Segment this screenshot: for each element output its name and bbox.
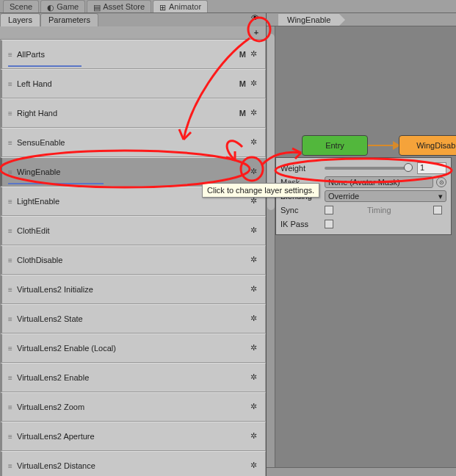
add-layer-row: + (0, 26, 266, 40)
layer-name: VirtualLens2 State (17, 314, 250, 323)
drag-handle-icon[interactable]: ≡ (8, 462, 14, 470)
tab-asset-store[interactable]: ▤Asset Store (87, 0, 151, 12)
drag-handle-icon[interactable]: ≡ (8, 286, 14, 294)
layer-item[interactable]: ≡SensuEnable✲ (0, 128, 266, 157)
layer-name: VirtualLens2 Zoom (17, 403, 250, 411)
tab-scene[interactable]: Scene (3, 0, 39, 12)
drag-handle-icon[interactable]: ≡ (8, 227, 14, 235)
drag-handle-icon[interactable]: ≡ (8, 139, 14, 147)
timing-label: Timing (367, 206, 391, 214)
mask-indicator: M (239, 79, 246, 88)
tab-parameters[interactable]: Parameters (40, 13, 98, 26)
layer-name: VirtualLens2 Distance (17, 461, 250, 470)
layer-item[interactable]: ≡VirtualLens2 State✲ (0, 304, 266, 333)
weight-field[interactable]: 1 (417, 162, 446, 174)
gear-icon[interactable]: ✲ (250, 137, 261, 148)
ik-label: IK Pass (281, 220, 325, 228)
tab-label: Asset Store (103, 2, 145, 11)
drag-handle-icon[interactable]: ≡ (8, 403, 14, 411)
ik-checkbox[interactable] (325, 220, 333, 228)
layer-name: Left Hand (17, 79, 239, 88)
layer-item[interactable]: ≡AllPartsM✲ (0, 40, 266, 69)
layer-item[interactable]: ≡VirtualLens2 Distance✲ (0, 451, 266, 476)
breadcrumb-item[interactable]: WingEnable (278, 14, 339, 26)
gear-icon[interactable]: ✲ (250, 461, 261, 471)
layer-name: VirtualLens2 Initialize (17, 285, 250, 294)
layer-item[interactable]: ≡Right HandM✲ (0, 98, 266, 128)
layer-name: SensuEnable (17, 138, 250, 147)
graph-area[interactable]: Entry WingDisable Weight 1 Mask None (Av… (267, 26, 456, 476)
mask-indicator: M (239, 50, 246, 59)
state-entry[interactable]: Entry (302, 135, 368, 156)
gear-icon[interactable]: ✲ (250, 255, 261, 265)
layer-name: Right Hand (17, 109, 239, 118)
mask-picker-icon[interactable]: ⊙ (436, 177, 446, 187)
sync-label: Sync (281, 206, 325, 214)
drag-handle-icon[interactable]: ≡ (8, 374, 14, 382)
graph-scrollbar-v[interactable] (267, 26, 275, 476)
tab-layers[interactable]: Layers (0, 13, 40, 26)
gear-icon[interactable]: ✲ (250, 196, 261, 206)
gear-icon[interactable]: ✲ (250, 49, 261, 60)
layer-item[interactable]: ≡WingEnable✲ (0, 157, 266, 187)
layer-name: AllParts (17, 50, 239, 59)
tab-animator[interactable]: ⊞Animator (153, 0, 208, 12)
gear-icon[interactable]: ✲ (250, 431, 261, 441)
weight-slider[interactable] (325, 167, 413, 170)
tab-label: Scene (10, 2, 32, 11)
layer-item[interactable]: ≡ClothEdit✲ (0, 216, 266, 245)
gear-icon[interactable]: ✲ (250, 167, 261, 177)
animator-icon: ⊞ (159, 3, 167, 10)
tooltip: Click to change layer settings. (202, 183, 319, 198)
timing-checkbox[interactable] (433, 206, 442, 214)
layer-item[interactable]: ≡VirtualLens2 Enable✲ (0, 363, 266, 392)
tab-game[interactable]: ◐Game (40, 0, 85, 12)
gear-icon[interactable]: ✲ (250, 226, 261, 236)
add-layer-button[interactable]: + (251, 28, 261, 38)
layer-item[interactable]: ≡Left HandM✲ (0, 69, 266, 98)
blending-value: Override (328, 192, 359, 201)
gear-icon[interactable]: ✲ (250, 284, 261, 295)
blending-select[interactable]: Override▾ (325, 190, 446, 202)
drag-handle-icon[interactable]: ≡ (8, 315, 14, 323)
layer-name: ClothDisable (17, 256, 250, 264)
layer-item[interactable]: ≡VirtualLens2 Zoom✲ (0, 392, 266, 422)
graph-panel: WingEnable Entry WingDisable Weight 1 Ma… (267, 13, 456, 476)
drag-handle-icon[interactable]: ≡ (8, 433, 14, 441)
drag-handle-icon[interactable]: ≡ (8, 109, 14, 118)
drag-handle-icon[interactable]: ≡ (8, 256, 14, 264)
auto-live-link-icon[interactable]: 👁 (251, 13, 266, 26)
gear-icon[interactable]: ✲ (250, 402, 261, 412)
drag-handle-icon[interactable]: ≡ (8, 198, 14, 206)
layer-item[interactable]: ≡VirtualLens2 Aperture✲ (0, 422, 266, 451)
drag-handle-icon[interactable]: ≡ (8, 345, 14, 353)
layer-list: ≡AllPartsM✲≡Left HandM✲≡Right HandM✲≡Sen… (0, 40, 266, 476)
editor-tabs: Scene ◐Game ▤Asset Store ⊞Animator (0, 0, 456, 13)
layer-name: VirtualLens2 Aperture (17, 432, 250, 441)
layer-item[interactable]: ≡VirtualLens2 Initialize✲ (0, 275, 266, 304)
state-wingdisable[interactable]: WingDisable (399, 135, 456, 156)
gear-icon[interactable]: ✲ (250, 372, 261, 383)
gear-icon[interactable]: ✲ (250, 343, 261, 353)
layer-item[interactable]: ≡VirtualLens2 Enable (Local)✲ (0, 333, 266, 363)
layer-name: VirtualLens2 Enable (Local) (17, 344, 250, 353)
gear-icon[interactable]: ✲ (250, 108, 261, 118)
breadcrumb: WingEnable (267, 13, 456, 26)
drag-handle-icon[interactable]: ≡ (8, 80, 14, 88)
layer-name: WingEnable (17, 167, 250, 176)
layer-name: ClothEdit (17, 226, 250, 235)
graph-scrollbar-h[interactable] (267, 467, 456, 476)
gear-icon[interactable]: ✲ (250, 79, 261, 89)
weight-bar (8, 183, 104, 184)
drag-handle-icon[interactable]: ≡ (8, 51, 14, 59)
weight-label: Weight (281, 164, 325, 173)
mask-select[interactable]: None (Avatar Mask) (325, 176, 433, 188)
gear-icon[interactable]: ✲ (250, 314, 261, 324)
sync-checkbox[interactable] (325, 206, 333, 214)
store-icon: ▤ (93, 3, 101, 10)
drag-handle-icon[interactable]: ≡ (8, 168, 14, 176)
layer-item[interactable]: ≡ClothDisable✲ (0, 245, 266, 275)
tab-label: Game (57, 2, 79, 11)
weight-bar (8, 65, 82, 67)
game-icon: ◐ (47, 3, 54, 10)
